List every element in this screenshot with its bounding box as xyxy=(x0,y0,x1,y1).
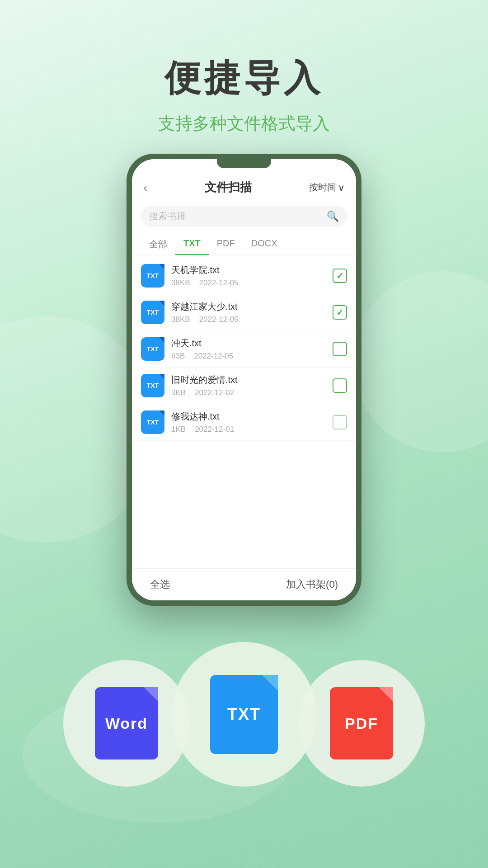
file-info: 修我达神.txt 1KB 2022-12-01 xyxy=(171,410,333,434)
file-size: 1KB xyxy=(171,425,186,434)
file-item[interactable]: TXT 天机学院.txt 38KB 2022-12-05 xyxy=(132,258,356,294)
file-name: 修我达神.txt xyxy=(171,410,333,423)
pdf-circle: PDF xyxy=(298,660,425,787)
file-size: 38KB xyxy=(171,315,190,324)
sort-arrow-icon: ∨ xyxy=(338,182,345,193)
sort-label: 按时间 xyxy=(309,181,336,193)
add-to-shelf-button[interactable]: 加入书架(0) xyxy=(286,578,338,591)
file-checkbox[interactable] xyxy=(333,378,347,393)
file-type-icon: TXT xyxy=(141,301,164,324)
file-meta: 3KB 2022-12-02 xyxy=(171,388,333,397)
file-list: TXT 天机学院.txt 38KB 2022-12-05 TXT xyxy=(132,258,356,441)
header-area: 便捷导入 支持多种文件格式导入 xyxy=(0,0,488,158)
file-type-icon: TXT xyxy=(141,337,164,361)
main-title: 便捷导入 xyxy=(0,54,488,103)
file-item[interactable]: TXT 修我达神.txt 1KB 2022-12-01 xyxy=(132,404,356,441)
file-date: 2022-12-05 xyxy=(194,352,233,361)
txt-icon: TXT xyxy=(210,675,278,754)
file-item[interactable]: TXT 穿越江家大少.txt 38KB 2022-12-05 xyxy=(132,294,356,331)
tab-pdf[interactable]: PDF xyxy=(209,234,243,255)
app-content: ‹ 文件扫描 按时间 ∨ 搜索书籍 🔍 全部 TXT PDF xyxy=(132,159,356,600)
txt-circle: TXT xyxy=(172,642,316,787)
pdf-label: PDF xyxy=(345,715,378,732)
tab-docx[interactable]: DOCX xyxy=(243,234,286,255)
tab-all[interactable]: 全部 xyxy=(141,234,175,255)
file-item[interactable]: TXT 冲天.txt 63B 2022-12-05 xyxy=(132,331,356,368)
top-bar: ‹ 文件扫描 按时间 ∨ xyxy=(132,173,356,202)
back-button[interactable]: ‹ xyxy=(143,180,147,195)
sort-button[interactable]: 按时间 ∨ xyxy=(309,181,345,193)
file-checkbox[interactable] xyxy=(333,415,347,429)
file-date: 2022-12-05 xyxy=(199,278,239,288)
file-meta: 1KB 2022-12-01 xyxy=(171,425,333,434)
txt-label: TXT xyxy=(227,705,261,724)
search-placeholder: 搜索书籍 xyxy=(149,210,327,222)
file-checkbox[interactable] xyxy=(333,305,347,320)
file-meta: 38KB 2022-12-05 xyxy=(171,315,333,324)
file-checkbox[interactable] xyxy=(333,342,347,356)
select-all-button[interactable]: 全选 xyxy=(150,578,170,591)
tab-txt[interactable]: TXT xyxy=(175,234,209,255)
word-label: Word xyxy=(105,715,148,732)
sub-title: 支持多种文件格式导入 xyxy=(0,112,488,135)
word-circle: Word xyxy=(63,660,190,787)
word-icon: Word xyxy=(95,687,158,760)
search-icon: 🔍 xyxy=(327,211,339,222)
phone-mockup: ‹ 文件扫描 按时间 ∨ 搜索书籍 🔍 全部 TXT PDF xyxy=(127,154,361,606)
bottom-bar: 全选 加入书架(0) xyxy=(132,568,356,600)
file-type-icon: TXT xyxy=(141,374,164,397)
file-size: 3KB xyxy=(171,388,186,397)
file-checkbox[interactable] xyxy=(333,269,347,283)
page-title: 文件扫描 xyxy=(205,179,252,195)
file-type-icon: TXT xyxy=(141,410,164,434)
file-info: 冲天.txt 63B 2022-12-05 xyxy=(171,337,333,361)
file-size: 63B xyxy=(171,352,185,361)
file-info: 穿越江家大少.txt 38KB 2022-12-05 xyxy=(171,301,333,324)
file-name: 旧时光的爱情.txt xyxy=(171,374,333,386)
pdf-icon: PDF xyxy=(330,687,393,760)
search-bar[interactable]: 搜索书籍 🔍 xyxy=(141,206,347,227)
phone-inner: ‹ 文件扫描 按时间 ∨ 搜索书籍 🔍 全部 TXT PDF xyxy=(132,159,356,600)
file-name: 天机学院.txt xyxy=(171,264,333,276)
file-info: 天机学院.txt 38KB 2022-12-05 xyxy=(171,264,333,288)
file-date: 2022-12-02 xyxy=(195,388,234,397)
file-date: 2022-12-01 xyxy=(195,425,234,434)
file-name: 穿越江家大少.txt xyxy=(171,301,333,313)
phone-outer: ‹ 文件扫描 按时间 ∨ 搜索书籍 🔍 全部 TXT PDF xyxy=(127,154,361,606)
file-meta: 63B 2022-12-05 xyxy=(171,352,333,361)
file-item[interactable]: TXT 旧时光的爱情.txt 3KB 2022-12-02 xyxy=(132,368,356,404)
tab-bar: 全部 TXT PDF DOCX xyxy=(132,234,356,255)
file-info: 旧时光的爱情.txt 3KB 2022-12-02 xyxy=(171,374,333,397)
file-date: 2022-12-05 xyxy=(199,315,239,324)
file-name: 冲天.txt xyxy=(171,337,333,349)
file-size: 38KB xyxy=(171,278,190,288)
phone-notch xyxy=(217,159,271,168)
file-meta: 38KB 2022-12-05 xyxy=(171,278,333,288)
format-circles: Word TXT PDF xyxy=(0,642,488,787)
file-type-icon: TXT xyxy=(141,264,164,288)
